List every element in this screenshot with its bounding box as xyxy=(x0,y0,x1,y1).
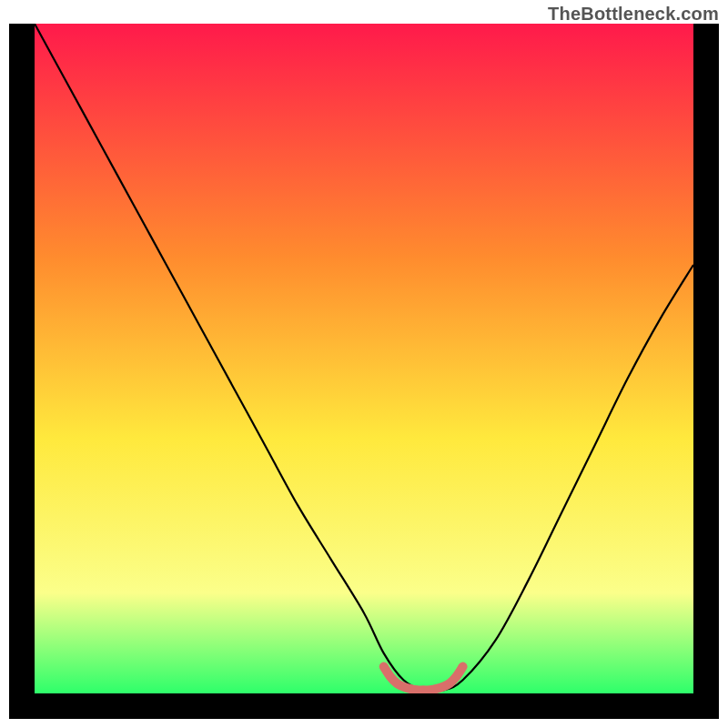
chart-frame xyxy=(9,24,719,719)
chart-svg xyxy=(35,24,693,693)
chart-plot-area xyxy=(35,24,693,693)
chart-background-gradient xyxy=(35,24,693,693)
watermark-text: TheBottleneck.com xyxy=(548,4,719,25)
